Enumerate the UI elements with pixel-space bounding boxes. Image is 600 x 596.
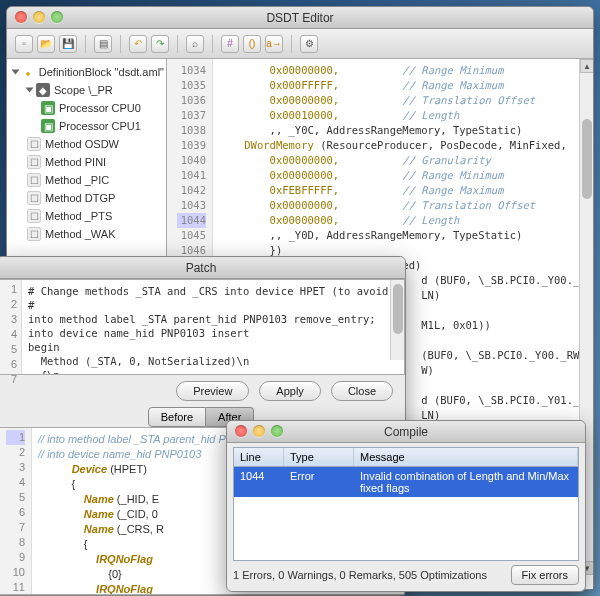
tree-method-dtgp[interactable]: ☐Method DTGP [9, 189, 164, 207]
cpu-icon: ▣ [41, 119, 55, 133]
tree-cpu1[interactable]: ▣Processor CPU1 [9, 117, 164, 135]
cell-message: Invalid combination of Length and Min/Ma… [354, 467, 578, 497]
scope-icon: ◆ [36, 83, 50, 97]
method-icon: ☐ [27, 173, 41, 187]
find-icon[interactable]: ⌕ [186, 35, 204, 53]
scroll-thumb[interactable] [582, 119, 592, 199]
minimize-icon[interactable] [253, 425, 265, 437]
minimize-icon[interactable] [33, 11, 45, 23]
apply-button[interactable]: Apply [259, 381, 321, 401]
tree-method-wak[interactable]: ☐Method _WAK [9, 225, 164, 243]
chevron-down-icon [26, 88, 34, 93]
patch-source-editor[interactable]: 1234567 # Change methods _STA and _CRS i… [0, 279, 405, 375]
tree-definition-block[interactable]: ⬥DefinitionBlock "dsdt.aml" [9, 63, 164, 81]
line-gutter: 1234567891011121314151617 [0, 428, 32, 594]
tree-cpu0[interactable]: ▣Processor CPU0 [9, 99, 164, 117]
save-file-icon[interactable]: 💾 [59, 35, 77, 53]
main-toolbar: ▫ 📂 💾 ▤ ↶ ↷ ⌕ # () a→ ⚙ [7, 29, 593, 59]
code-area[interactable]: # Change methods _STA and _CRS into devi… [22, 280, 404, 374]
tree-method-pini[interactable]: ☐Method PINI [9, 153, 164, 171]
scroll-thumb[interactable] [393, 284, 403, 334]
fix-errors-button[interactable]: Fix errors [511, 565, 579, 585]
new-file-icon[interactable]: ▫ [15, 35, 33, 53]
zoom-icon[interactable] [51, 11, 63, 23]
dsdt-titlebar[interactable]: DSDT Editor [7, 7, 593, 29]
block-icon: ⬥ [22, 65, 35, 79]
compile-window: Compile Line Type Message 1044 Error Inv… [226, 420, 586, 592]
column-type[interactable]: Type [284, 448, 354, 466]
compile-results-table[interactable]: Line Type Message 1044 Error Invalid com… [233, 447, 579, 561]
method-icon: ☐ [27, 137, 41, 151]
tree-method-pts[interactable]: ☐Method _PTS [9, 207, 164, 225]
hash-icon[interactable]: # [221, 35, 239, 53]
close-icon[interactable] [15, 11, 27, 23]
method-icon: ☐ [27, 209, 41, 223]
close-icon[interactable] [235, 425, 247, 437]
compile-titlebar[interactable]: Compile [227, 421, 585, 443]
window-title: DSDT Editor [266, 11, 333, 25]
compile-status: 1 Errors, 0 Warnings, 0 Remarks, 505 Opt… [233, 569, 487, 581]
table-row[interactable]: 1044 Error Invalid combination of Length… [234, 467, 578, 497]
undo-icon[interactable]: ↶ [129, 35, 147, 53]
close-button[interactable]: Close [331, 381, 393, 401]
cell-type: Error [284, 467, 354, 497]
line-gutter: 1234567 [0, 280, 22, 374]
window-controls [15, 11, 63, 23]
redo-icon[interactable]: ↷ [151, 35, 169, 53]
tree-scope-pr[interactable]: ◆Scope \_PR [9, 81, 164, 99]
window-controls [235, 425, 283, 437]
column-message[interactable]: Message [354, 448, 578, 466]
patch-titlebar[interactable]: Patch [0, 257, 405, 279]
method-icon: ☐ [27, 191, 41, 205]
tree-method-pic[interactable]: ☐Method _PIC [9, 171, 164, 189]
vertical-scrollbar[interactable] [390, 280, 404, 360]
table-header: Line Type Message [234, 448, 578, 467]
compile-title: Compile [384, 425, 428, 439]
compile-icon[interactable]: ⚙ [300, 35, 318, 53]
preview-button[interactable]: Preview [176, 381, 249, 401]
cpu-icon: ▣ [41, 101, 55, 115]
method-icon: ☐ [27, 227, 41, 241]
tab-before[interactable]: Before [148, 407, 206, 427]
scroll-up-icon[interactable]: ▲ [580, 59, 593, 73]
paren-icon[interactable]: () [243, 35, 261, 53]
column-line[interactable]: Line [234, 448, 284, 466]
patch-title: Patch [186, 261, 217, 275]
chevron-down-icon [12, 70, 20, 75]
open-file-icon[interactable]: 📂 [37, 35, 55, 53]
extract-icon[interactable]: ▤ [94, 35, 112, 53]
tree-method-osdw[interactable]: ☐Method OSDW [9, 135, 164, 153]
zoom-icon[interactable] [271, 425, 283, 437]
method-icon: ☐ [27, 155, 41, 169]
arrow-icon[interactable]: a→ [265, 35, 283, 53]
cell-line: 1044 [234, 467, 284, 497]
